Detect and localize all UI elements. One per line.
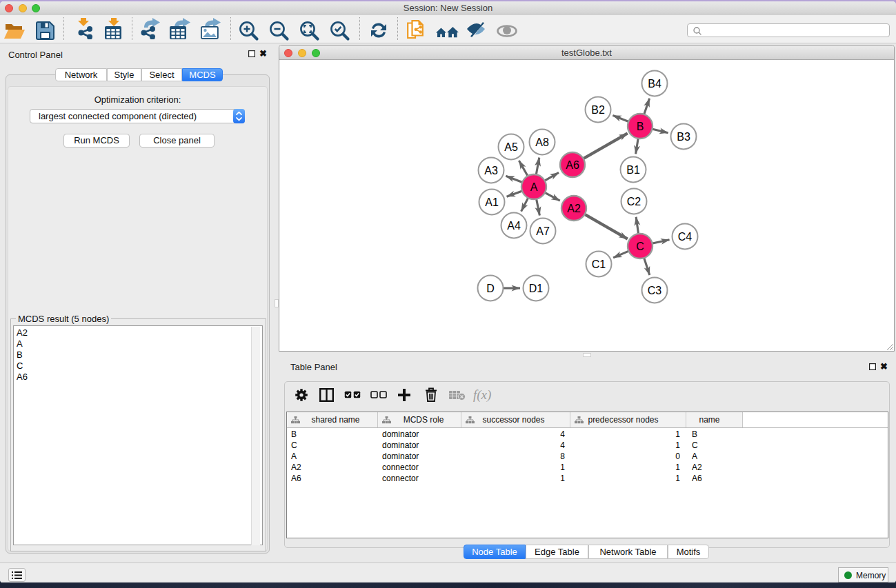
- svg-text:B4: B4: [648, 78, 661, 90]
- svg-text:A8: A8: [535, 136, 549, 148]
- svg-text:A6: A6: [566, 159, 579, 171]
- svg-text:C2: C2: [627, 196, 641, 207]
- svg-text:B2: B2: [591, 104, 605, 116]
- svg-text:C1: C1: [592, 258, 606, 270]
- svg-text:D1: D1: [529, 283, 544, 294]
- svg-text:A5: A5: [504, 141, 518, 153]
- svg-text:D: D: [486, 283, 495, 294]
- svg-text:A: A: [530, 181, 538, 193]
- svg-text:C: C: [636, 241, 644, 252]
- svg-text:A7: A7: [536, 225, 550, 237]
- svg-text:A3: A3: [484, 165, 498, 176]
- svg-text:C4: C4: [678, 231, 693, 243]
- svg-text:C3: C3: [648, 285, 662, 296]
- svg-text:A1: A1: [485, 196, 499, 208]
- svg-text:B1: B1: [626, 164, 640, 176]
- svg-text:B3: B3: [677, 131, 690, 143]
- svg-text:B: B: [637, 121, 644, 132]
- svg-text:A4: A4: [507, 220, 521, 232]
- svg-text:A2: A2: [567, 203, 581, 214]
